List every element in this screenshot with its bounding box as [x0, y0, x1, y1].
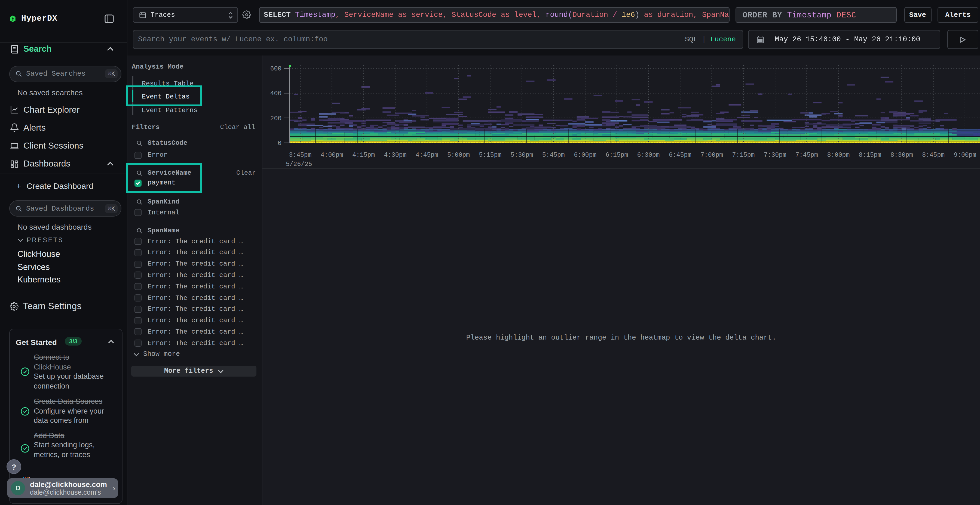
svg-text:5/26/25: 5/26/25: [286, 161, 312, 168]
svg-text:5:15pm: 5:15pm: [479, 152, 501, 159]
svg-text:400: 400: [270, 90, 282, 97]
svg-text:4:30pm: 4:30pm: [384, 152, 406, 159]
svg-text:5:00pm: 5:00pm: [447, 152, 470, 159]
svg-text:8:30pm: 8:30pm: [891, 152, 913, 159]
svg-text:7:45pm: 7:45pm: [795, 152, 818, 159]
svg-text:6:45pm: 6:45pm: [669, 152, 692, 159]
svg-text:7:30pm: 7:30pm: [764, 152, 786, 159]
svg-text:3:45pm: 3:45pm: [289, 152, 312, 159]
svg-text:5:30pm: 5:30pm: [511, 152, 533, 159]
svg-text:5:45pm: 5:45pm: [542, 152, 565, 159]
svg-text:4:15pm: 4:15pm: [352, 152, 375, 159]
svg-text:200: 200: [270, 115, 282, 122]
svg-text:7:00pm: 7:00pm: [700, 152, 723, 159]
svg-text:600: 600: [270, 65, 282, 72]
svg-text:8:00pm: 8:00pm: [827, 152, 850, 159]
svg-text:0: 0: [278, 140, 282, 147]
svg-text:6:30pm: 6:30pm: [637, 152, 660, 159]
svg-text:8:45pm: 8:45pm: [922, 152, 945, 159]
svg-text:4:45pm: 4:45pm: [416, 152, 438, 159]
svg-text:4:00pm: 4:00pm: [321, 152, 343, 159]
svg-text:9:00pm: 9:00pm: [954, 152, 976, 159]
svg-text:6:00pm: 6:00pm: [574, 152, 597, 159]
svg-text:8:15pm: 8:15pm: [859, 152, 881, 159]
svg-text:7:15pm: 7:15pm: [732, 152, 755, 159]
svg-text:6:15pm: 6:15pm: [605, 152, 628, 159]
